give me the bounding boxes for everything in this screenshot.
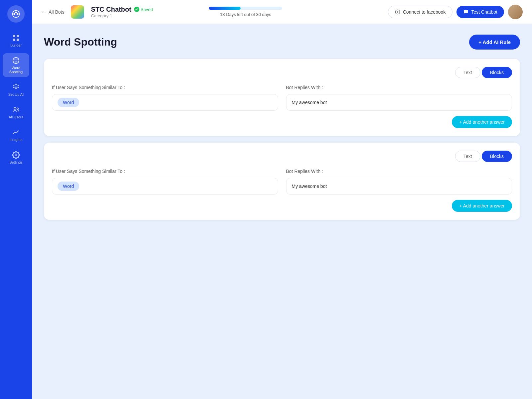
rule-1-bot-replies: Bot Replies With : My awesome bot bbox=[286, 85, 512, 111]
rule-2-words-input[interactable]: Word bbox=[52, 178, 278, 195]
rule-2-bot-replies: Bot Replies With : My awesome bot bbox=[286, 169, 512, 195]
sidebar-item-insights-label: Insights bbox=[10, 138, 22, 142]
svg-point-8 bbox=[15, 60, 16, 61]
rule-2-word-tag-0: Word bbox=[58, 182, 79, 191]
rule-2-bot-reply[interactable]: My awesome bot bbox=[286, 178, 512, 195]
sidebar-item-settings-label: Settings bbox=[9, 160, 23, 164]
svg-point-7 bbox=[13, 58, 19, 64]
rule-2-add-answer-button[interactable]: + Add another answer bbox=[452, 200, 512, 212]
rule-1-bot-replies-label: Bot Replies With : bbox=[286, 85, 512, 90]
rule-1-tab-blocks[interactable]: Blocks bbox=[482, 67, 512, 78]
sidebar-item-setup-ai-label: Set Up AI bbox=[8, 92, 24, 96]
rule-2-user-says-label: If User Says Something Similar To : bbox=[52, 169, 278, 174]
svg-rect-5 bbox=[13, 39, 15, 41]
rule-2-body: If User Says Something Similar To : Word… bbox=[52, 169, 512, 195]
progress-label: 13 Days left out of 30 days bbox=[220, 12, 271, 17]
rule-1-user-says-label: If User Says Something Similar To : bbox=[52, 85, 278, 90]
test-chatbot-label: Test Chatbot bbox=[471, 9, 497, 15]
rule-1-words-input[interactable]: Word bbox=[52, 94, 278, 111]
svg-point-11 bbox=[14, 107, 16, 109]
svg-point-10 bbox=[15, 86, 17, 88]
rule-1-add-answer-button[interactable]: + Add another answer bbox=[452, 116, 512, 128]
svg-point-2 bbox=[15, 11, 17, 13]
rule-2-add-answer-section: + Add another answer bbox=[52, 200, 512, 212]
bot-icon bbox=[71, 5, 84, 19]
rule-2-tab-blocks[interactable]: Blocks bbox=[482, 151, 512, 162]
rule-1-body: If User Says Something Similar To : Word… bbox=[52, 85, 512, 111]
rule-1-add-answer-label: + Add another answer bbox=[459, 119, 505, 125]
content-header: Word Spotting + Add AI Rule bbox=[44, 35, 520, 50]
sidebar-item-word-spotting[interactable]: Word Spotting bbox=[3, 53, 29, 77]
main-content: Word Spotting + Add AI Rule Text Blocks … bbox=[32, 24, 532, 399]
sidebar-item-settings[interactable]: Settings bbox=[3, 148, 29, 168]
saved-label: Saved bbox=[141, 7, 153, 12]
page-title: Word Spotting bbox=[44, 36, 117, 48]
svg-point-13 bbox=[15, 154, 17, 156]
rule-1-user-says: If User Says Something Similar To : Word bbox=[52, 85, 278, 111]
svg-point-0 bbox=[13, 13, 15, 15]
rule-1-word-tag-0: Word bbox=[58, 98, 79, 107]
svg-rect-6 bbox=[17, 39, 19, 41]
sidebar: Builder Word Spotting Set Up AI All User… bbox=[0, 0, 32, 399]
connect-facebook-button[interactable]: Connect to facebook bbox=[388, 6, 452, 18]
bot-name-row: STC Chatbot Saved bbox=[91, 6, 153, 13]
main-area: ← All Bots STC Chatbot Saved Category 1 … bbox=[32, 0, 532, 399]
user-avatar[interactable] bbox=[508, 5, 523, 19]
svg-point-12 bbox=[17, 108, 19, 110]
sidebar-item-all-users[interactable]: All Users bbox=[3, 102, 29, 122]
svg-point-1 bbox=[17, 13, 19, 15]
header-actions: Connect to facebook Test Chatbot bbox=[388, 5, 523, 19]
rule-2-bot-replies-label: Bot Replies With : bbox=[286, 169, 512, 174]
rule-2-add-answer-label: + Add another answer bbox=[459, 203, 505, 208]
rule-card-1: Text Blocks If User Says Something Simil… bbox=[44, 59, 520, 136]
add-ai-rule-label: + Add AI Rule bbox=[478, 39, 511, 45]
rule-2-tab-text[interactable]: Text bbox=[455, 151, 480, 162]
rule-1-tab-text[interactable]: Text bbox=[455, 67, 480, 78]
bot-category: Category 1 bbox=[91, 13, 153, 18]
back-to-bots[interactable]: ← All Bots bbox=[41, 9, 64, 15]
sidebar-item-builder[interactable]: Builder bbox=[3, 31, 29, 51]
app-logo[interactable] bbox=[7, 5, 25, 23]
saved-badge: Saved bbox=[134, 7, 153, 12]
bot-title-section: STC Chatbot Saved Category 1 bbox=[91, 6, 153, 18]
svg-point-9 bbox=[17, 60, 18, 61]
sidebar-item-word-spotting-label: Word Spotting bbox=[5, 66, 27, 74]
test-chatbot-button[interactable]: Test Chatbot bbox=[456, 6, 504, 18]
bot-name: STC Chatbot bbox=[91, 6, 131, 13]
rule-2-user-says: If User Says Something Similar To : Word bbox=[52, 169, 278, 195]
app-header: ← All Bots STC Chatbot Saved Category 1 … bbox=[32, 0, 532, 24]
sidebar-item-insights[interactable]: Insights bbox=[3, 125, 29, 145]
sidebar-item-builder-label: Builder bbox=[10, 43, 22, 47]
rule-2-tabs: Text Blocks bbox=[52, 151, 512, 162]
svg-rect-4 bbox=[17, 35, 19, 37]
sidebar-item-all-users-label: All Users bbox=[9, 115, 23, 119]
rule-1-add-answer-section: + Add another answer bbox=[52, 116, 512, 128]
back-label: All Bots bbox=[49, 9, 64, 15]
svg-rect-3 bbox=[13, 35, 15, 37]
rule-1-tabs: Text Blocks bbox=[52, 67, 512, 78]
add-ai-rule-button[interactable]: + Add AI Rule bbox=[469, 35, 520, 50]
rule-card-2: Text Blocks If User Says Something Simil… bbox=[44, 143, 520, 220]
progress-bar-fill bbox=[209, 7, 241, 10]
rule-1-bot-reply[interactable]: My awesome bot bbox=[286, 94, 512, 111]
sidebar-item-setup-ai[interactable]: Set Up AI bbox=[3, 80, 29, 100]
progress-bar-container bbox=[209, 7, 282, 10]
connect-facebook-label: Connect to facebook bbox=[403, 9, 445, 15]
progress-section: 13 Days left out of 30 days bbox=[209, 7, 282, 17]
back-arrow-icon: ← bbox=[41, 9, 47, 15]
